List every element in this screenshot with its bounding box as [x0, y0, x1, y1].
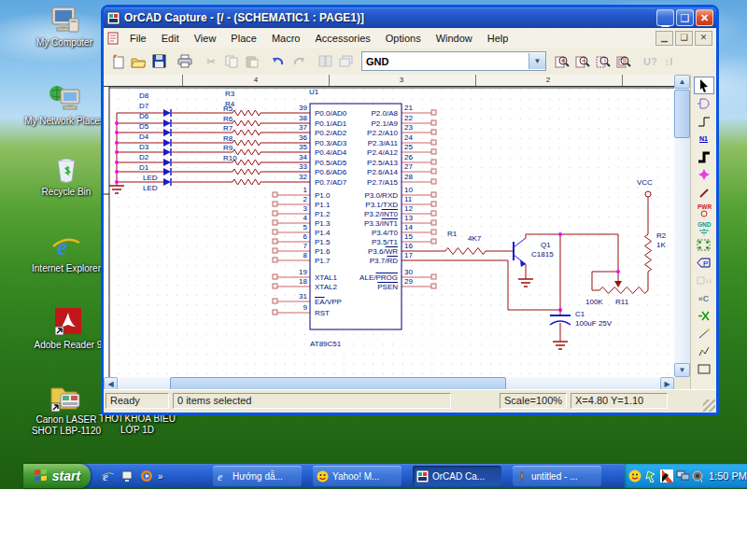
resistor-value[interactable]: 4K7: [468, 234, 481, 243]
close-button[interactable]: ✕: [696, 9, 713, 26]
place-hierarchical-block-tool[interactable]: [694, 236, 714, 254]
pin-number[interactable]: 27: [404, 162, 413, 171]
taskbar-task-untitled[interactable]: untitled - ...: [513, 466, 601, 486]
potentiometer-refdes[interactable]: R11: [615, 298, 628, 306]
resistor-refdes[interactable]: R10: [223, 154, 237, 162]
power-label[interactable]: VCC: [637, 178, 653, 187]
mdi-minimize-button[interactable]: ▁: [655, 31, 673, 46]
pin-number[interactable]: 37: [283, 123, 307, 132]
menu-help[interactable]: Help: [480, 30, 516, 47]
resistor-refdes[interactable]: R7: [223, 124, 233, 133]
pin-name[interactable]: P2.2/A10: [315, 129, 398, 137]
pin-number[interactable]: 38: [283, 114, 307, 122]
pin-number[interactable]: 36: [283, 133, 307, 142]
new-document-button[interactable]: [107, 52, 128, 71]
place-bus-tool[interactable]: [694, 147, 714, 165]
menu-window[interactable]: Window: [429, 30, 480, 47]
menu-options[interactable]: Options: [378, 30, 429, 47]
pin-number[interactable]: 28: [404, 173, 413, 181]
pin-number[interactable]: 31: [283, 292, 307, 301]
pin-name[interactable]: P2.1/A9: [315, 119, 398, 128]
desktop-icon-my-computer[interactable]: My Computer: [24, 6, 105, 49]
pin-number[interactable]: 7: [283, 242, 307, 250]
taskbar-task-orcad[interactable]: OrCAD Ca...: [413, 466, 501, 486]
desktop-icon-recycle-bin[interactable]: Recycle Bin: [26, 153, 106, 198]
place-ground-tool[interactable]: GND: [694, 218, 714, 236]
copy-button[interactable]: [221, 52, 242, 71]
resistor-refdes[interactable]: R8: [223, 134, 233, 143]
pin-number[interactable]: 13: [404, 214, 413, 222]
pin-number[interactable]: 32: [283, 173, 307, 181]
pin-name[interactable]: P3.6/WR: [315, 247, 398, 256]
zoom-area-button[interactable]: [593, 52, 613, 71]
internet-explorer-quicklaunch-icon[interactable]: e: [99, 468, 116, 484]
pin-number[interactable]: 11: [404, 195, 412, 203]
desktop-icon-my-network-places[interactable]: My Network Places: [24, 84, 105, 127]
schematic-canvas[interactable]: 39P0.0/AD038P0.1/AD137P0.2/AD236P0.3/AD3…: [104, 75, 690, 390]
diode-refdes[interactable]: D5: [139, 122, 148, 131]
place-polyline-tool[interactable]: [694, 343, 714, 360]
chip-refdes[interactable]: U1: [309, 88, 318, 96]
select-tool[interactable]: [694, 77, 714, 94]
desktop-icon-internet-explorer[interactable]: e Internet Explorer: [26, 231, 106, 274]
pin-number[interactable]: 29: [404, 277, 413, 286]
maximize-button[interactable]: ❑: [676, 9, 694, 26]
pin-number[interactable]: 9: [283, 303, 307, 312]
title-bar[interactable]: OrCAD Capture - [/ - (SCHEMATIC1 : PAGE1…: [104, 7, 716, 28]
part-search-combobox[interactable]: GND ▼: [361, 51, 546, 71]
pin-number[interactable]: 15: [404, 232, 413, 241]
pin-name[interactable]: P3.7/RD: [315, 257, 398, 265]
resistor-refdes[interactable]: R1: [447, 230, 457, 238]
resistor-refdes[interactable]: R3: [225, 90, 234, 98]
taskbar-task-yahoo-messenger[interactable]: Yahoo! M...: [313, 466, 402, 486]
pin-number[interactable]: 35: [283, 143, 307, 151]
pin-name[interactable]: P3.0/RXD: [315, 191, 398, 200]
pin-number[interactable]: 33: [283, 162, 307, 171]
place-pin-tool[interactable]: H: [694, 272, 714, 289]
menu-macro[interactable]: Macro: [264, 30, 308, 47]
chip-value[interactable]: AT89C51: [310, 340, 341, 348]
place-power-tool[interactable]: PWR: [694, 201, 714, 218]
vertical-scroll-thumb[interactable]: [674, 90, 690, 138]
redo-button[interactable]: [289, 52, 309, 71]
menu-view[interactable]: View: [187, 30, 224, 47]
diode-refdes[interactable]: D6: [139, 112, 148, 120]
diode-refdes[interactable]: D1: [139, 163, 148, 172]
pin-name[interactable]: RST: [315, 309, 330, 317]
menu-file[interactable]: File: [122, 30, 154, 47]
pin-number[interactable]: 4: [283, 214, 307, 222]
diode-value[interactable]: LED: [143, 174, 158, 182]
pin-number[interactable]: 8: [283, 251, 307, 259]
schematic-sheet[interactable]: 39P0.0/AD038P0.1/AD137P0.2/AD236P0.3/AD3…: [104, 75, 674, 377]
zoom-out-button[interactable]: [572, 52, 593, 71]
pin-name[interactable]: P3.4/T0: [315, 229, 398, 237]
cascade-windows-button[interactable]: [335, 52, 356, 71]
place-off-page-connector-tool[interactable]: «C: [694, 289, 714, 307]
pin-name[interactable]: P2.0/A8: [315, 109, 398, 118]
pin-name[interactable]: P2.5/A13: [315, 159, 398, 167]
pin-number[interactable]: 16: [404, 242, 413, 250]
pin-number[interactable]: 24: [404, 133, 413, 142]
paste-button[interactable]: [242, 52, 262, 71]
save-button[interactable]: [148, 52, 169, 71]
resistor-value[interactable]: 1K: [656, 241, 666, 249]
pin-name[interactable]: P3.3/INT1: [315, 219, 398, 228]
diode-refdes[interactable]: D4: [139, 133, 148, 141]
show-desktop-icon[interactable]: [119, 468, 135, 484]
pin-name[interactable]: P2.4/A12: [315, 148, 398, 157]
capacitor-value[interactable]: 100uF 25V: [575, 319, 612, 328]
tile-windows-button[interactable]: [315, 52, 335, 71]
pin-number[interactable]: 2: [283, 195, 307, 203]
place-rectangle-tool[interactable]: [694, 360, 714, 378]
pin-number[interactable]: 10: [404, 186, 413, 194]
desktop-icon-thoi-khoa-bieu[interactable]: THỜI KHOÁ BIỂU LỚP 1D: [95, 413, 179, 436]
pin-number[interactable]: 12: [404, 204, 413, 213]
pin-name[interactable]: ALE/PROG: [315, 273, 398, 282]
diode-refdes[interactable]: D2: [139, 153, 148, 161]
taskbar-task-huong-dan[interactable]: e Hướng dẫ...: [213, 466, 302, 486]
place-net-alias-tool[interactable]: N1: [694, 130, 714, 147]
scroll-up-button[interactable]: ▲: [674, 75, 690, 89]
pin-number[interactable]: 17: [404, 251, 413, 259]
diode-value[interactable]: LED: [143, 184, 158, 192]
diode-refdes[interactable]: D7: [139, 102, 148, 110]
